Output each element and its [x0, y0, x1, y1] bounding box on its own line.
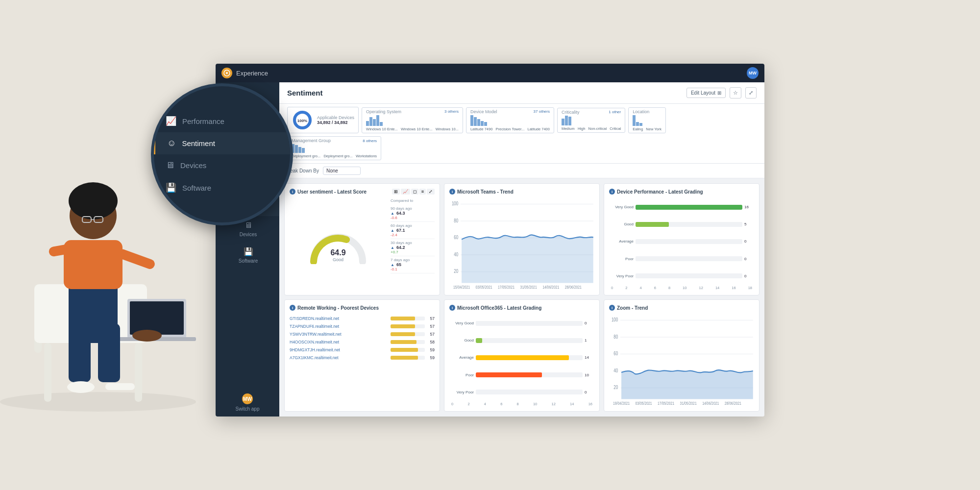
svg-text:31/05/2021: 31/05/2021 — [520, 285, 537, 290]
svg-text:28/06/2021: 28/06/2021 — [725, 401, 741, 406]
svg-rect-17 — [130, 301, 184, 335]
os-filter[interactable]: Operating System 3 others Windows 10 Ent… — [362, 107, 463, 133]
teams-trend-chart: 100 80 60 40 20 — [449, 198, 594, 290]
sidebar-item-software-label: Software — [239, 258, 258, 264]
devperf-row-good: Good 5 — [609, 222, 754, 227]
svg-point-28 — [226, 72, 228, 74]
svg-text:100: 100 — [452, 201, 458, 207]
magnifier-overlay: 📈 Performance ☺ Sentiment 🖥 Devices 💾 So… — [151, 83, 293, 225]
device-model-values: Latitude 7490 Precision Tower... Latitud… — [470, 127, 550, 131]
sentiment-view-btn-2[interactable]: 📈 — [401, 189, 410, 195]
devperf-row-verypoor: Very Poor 0 — [609, 273, 754, 278]
list-item: H4OOSCIXN.realtimeit.net 58 — [290, 338, 435, 346]
office365-bar-poor — [476, 372, 542, 377]
device-model-label: Device Model — [470, 109, 497, 114]
gauge-chart: 64.9 Good — [306, 225, 370, 264]
sentiment-view-btn-4[interactable]: ≡ — [419, 189, 426, 195]
svg-rect-20 — [69, 323, 91, 382]
sentiment-mag-label: Sentiment — [182, 139, 215, 147]
svg-text:Good: Good — [333, 257, 343, 262]
sidebar-item-software[interactable]: 💾 Software — [216, 242, 279, 269]
magnifier-nav-sentiment[interactable]: ☺ Sentiment — [154, 132, 290, 154]
user-sentiment-title: i User sentiment - Latest Score ⊞ 📈 ◻ ≡ … — [290, 189, 435, 195]
svg-text:20: 20 — [613, 385, 618, 391]
devperf-track-g — [636, 222, 742, 227]
star-button[interactable]: ☆ — [730, 87, 741, 98]
office365-x-axis: 0246810121416 — [449, 401, 594, 406]
teams-title: i Microsoft Teams - Trend — [449, 189, 594, 195]
period-7: 7 days ago — [391, 258, 435, 262]
os-mini-chart — [366, 115, 383, 126]
magnifier-nav-software[interactable]: 💾 Software — [154, 176, 290, 199]
devperf-bar-g — [636, 222, 669, 227]
sentiment-view-btn-3[interactable]: ◻ — [411, 189, 418, 195]
svg-text:15/04/2021: 15/04/2021 — [453, 285, 470, 290]
devperf-x-axis: 024681012141618 — [609, 285, 754, 290]
magnifier-nav-performance[interactable]: 📈 Performance — [154, 110, 290, 132]
expand-button[interactable]: ⤢ — [745, 87, 757, 98]
sentiment-expand-btn[interactable]: ⤢ — [427, 189, 435, 195]
comparison-panel: Compared to 90 days ago ▲ 64.3 -0.6 6 — [391, 198, 435, 290]
management-filter[interactable]: Management Group 8 others Deployment gro… — [287, 136, 381, 160]
app-window: Experience MW ◕ Overview ⊞ Categories ⚡ … — [216, 64, 764, 416]
compared-to-label: Compared to — [391, 198, 435, 203]
zoom-trend-chart: 100 80 60 40 20 — [609, 315, 754, 406]
remote-bar-2 — [391, 332, 415, 336]
device-model-filter[interactable]: Device Model 37 others Latitude 7490 Pre… — [466, 107, 554, 133]
delta-7: -0.1 — [391, 267, 435, 271]
applicable-devices-donut: 100% — [292, 109, 313, 131]
management-values: Deployment gro... Deployment gro... Work… — [292, 154, 377, 158]
remote-bar-wrap-3 — [391, 340, 425, 344]
breakdown-select[interactable]: None Department Location OS — [323, 167, 361, 175]
location-label: Location — [633, 109, 649, 114]
svg-text:64.9: 64.9 — [330, 248, 345, 257]
period-30: 30 days ago — [391, 241, 435, 245]
star-icon: ☆ — [733, 90, 738, 96]
office365-title: i Microsoft Office365 - Latest Grading — [449, 305, 594, 311]
val-60: 67.1 — [396, 228, 405, 233]
applicable-devices-filter[interactable]: 100% Applicable Devices 34,892 / 34,892 — [287, 107, 359, 133]
svg-text:14/06/2021: 14/06/2021 — [702, 401, 719, 406]
office365-card: i Microsoft Office365 - Latest Grading V… — [444, 299, 600, 412]
info-icon-teams: i — [449, 189, 455, 195]
remote-title: i Remote Working - Poorest Devices — [290, 305, 435, 311]
svg-text:60: 60 — [613, 351, 618, 357]
comparison-row-30: 30 days ago ▲ 64.2 +0.7 — [391, 239, 435, 256]
zoom-card: i Zoom - Trend 100 80 60 40 20 — [604, 299, 760, 412]
user-avatar: MW — [747, 67, 759, 79]
info-icon-sentiment: i — [290, 189, 295, 195]
sidebar-bottom[interactable]: MW Switch app — [216, 389, 279, 416]
list-item: GTISDREDN.realtimeit.net 57 — [290, 315, 435, 322]
delta-90: -0.6 — [391, 216, 435, 220]
device-model-mini-chart — [470, 115, 487, 126]
title-bar: Experience MW — [216, 64, 764, 82]
svg-text:80: 80 — [613, 334, 618, 340]
location-filter[interactable]: Location Ealing New York — [628, 107, 666, 133]
comparison-row-60: 60 days ago ▲ 67.1 -2.4 — [391, 222, 435, 239]
info-icon-remote: i — [290, 305, 295, 311]
svg-rect-23 — [105, 383, 135, 390]
magnifier-nav-devices[interactable]: 🖥 Devices — [154, 154, 290, 176]
criticality-filter[interactable]: Criticality 1 other Medium High Non-crit… — [557, 108, 625, 133]
edit-layout-button[interactable]: Edit Layout ⊞ — [686, 88, 726, 98]
svg-point-1 — [0, 392, 196, 412]
office365-row-g: Good 1 — [449, 338, 594, 343]
sentiment-view-btn-1[interactable]: ⊞ — [392, 189, 400, 195]
office365-row-poor: Poor 10 — [449, 372, 594, 377]
sentiment-body: 64.9 Good Compared to 90 days ago ▲ 64.3 — [290, 198, 435, 290]
app-title: Experience — [236, 70, 268, 77]
svg-text:60: 60 — [454, 235, 458, 241]
svg-text:03/05/2021: 03/05/2021 — [636, 401, 652, 406]
devperf-track-vg — [636, 205, 742, 210]
applicable-devices-value: 34,892 / 34,892 — [317, 120, 354, 125]
microsoft-teams-card: i Microsoft Teams - Trend 100 80 60 40 2… — [444, 183, 600, 295]
switch-app-label: Switch app — [236, 406, 260, 412]
remote-bar-wrap-2 — [391, 332, 425, 336]
sentiment-mag-icon: ☺ — [167, 138, 176, 148]
sidebar-item-devices-label: Devices — [240, 232, 257, 237]
val-90: 64.3 — [396, 211, 405, 216]
performance-mag-label: Performance — [182, 117, 224, 125]
office365-track-poor — [476, 372, 583, 377]
zoom-title: i Zoom - Trend — [609, 305, 754, 311]
svg-text:19/04/2021: 19/04/2021 — [613, 401, 630, 406]
